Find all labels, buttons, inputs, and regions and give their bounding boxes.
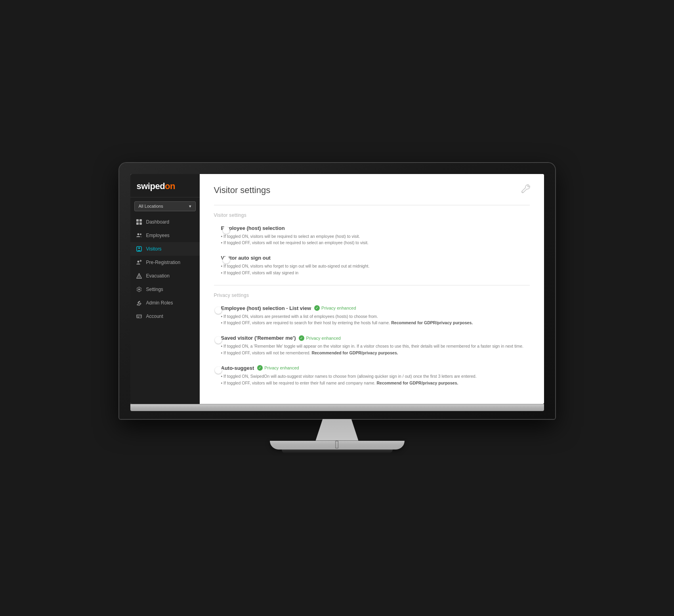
pre-registration-icon: [136, 259, 142, 266]
svg-rect-9: [137, 315, 141, 318]
auto-suggest-desc: • If toggled ON, SwipedOn will auto-sugg…: [221, 373, 530, 386]
visitor-settings-section-title: Visitor settings: [214, 212, 530, 218]
privacy-badge-saved-visitor: ✓ Privacy enhanced: [299, 335, 340, 341]
wrench-icon: [520, 184, 531, 197]
sidebar-label-employees: Employees: [146, 233, 170, 238]
logo-on: on: [165, 181, 175, 191]
setting-row-list-view: Employee (host) selection - List view ✓ …: [214, 305, 530, 327]
sidebar-label-pre-registration: Pre-Registration: [146, 260, 181, 265]
setting-row-auto-sign-out: Visitor auto sign out • If toggled ON, v…: [214, 255, 530, 276]
sidebar-item-settings[interactable]: Settings: [130, 283, 200, 296]
employee-host-title: Employee (host) selection: [221, 225, 530, 231]
svg-point-7: [138, 247, 140, 249]
setting-row-saved-visitor: Saved visitor ('Remember me') ✓ Privacy …: [214, 335, 530, 356]
monitor-bezel: swipedon All Locations ▾: [119, 163, 555, 419]
setting-row-employee-host: Employee (host) selection • If toggled O…: [214, 225, 530, 247]
auto-sign-out-content: Visitor auto sign out • If toggled ON, v…: [221, 255, 530, 276]
sidebar-item-admin-roles[interactable]: Admin Roles: [130, 296, 200, 310]
location-selector[interactable]: All Locations ▾: [134, 201, 196, 211]
sidebar-label-settings: Settings: [146, 287, 163, 292]
evacuation-icon: [136, 273, 142, 279]
list-view-title: Employee (host) selection - List view ✓ …: [221, 305, 530, 311]
sidebar-item-pre-registration[interactable]: Pre-Registration: [130, 256, 200, 269]
privacy-settings-section-title: Privacy settings: [214, 293, 530, 298]
account-icon: [136, 313, 142, 319]
location-arrow: ▾: [189, 204, 191, 209]
section-divider-privacy: [214, 285, 530, 285]
logo-swiped: swiped: [137, 181, 165, 191]
privacy-check-auto-suggest: ✓: [257, 365, 263, 371]
svg-rect-3: [139, 222, 142, 225]
sidebar-label-evacuation: Evacuation: [146, 273, 170, 279]
sidebar-label-visitors: Visitors: [146, 246, 162, 252]
logo: swipedon: [137, 181, 193, 191]
list-view-recommend: Recommend for GDPR/privacy purposes.: [391, 320, 473, 325]
monitor: swipedon All Locations ▾: [119, 163, 555, 453]
sidebar-label-admin-roles: Admin Roles: [146, 300, 173, 306]
sidebar-item-employees[interactable]: Employees: [130, 229, 200, 242]
svg-point-4: [137, 233, 139, 235]
dashboard-icon: [136, 219, 142, 225]
svg-rect-1: [139, 219, 142, 222]
privacy-badge-list-view: ✓ Privacy enhanced: [314, 305, 356, 311]
sidebar-label-account: Account: [146, 314, 163, 319]
page-title: Visitor settings: [214, 185, 530, 195]
privacy-badge-auto-suggest: ✓ Privacy enhanced: [257, 365, 299, 371]
svg-point-8: [137, 260, 139, 262]
auto-suggest-title: Auto-suggest ✓ Privacy enhanced: [221, 365, 530, 371]
sidebar-item-visitors[interactable]: Visitors: [130, 242, 200, 256]
list-view-content: Employee (host) selection - List view ✓ …: [221, 305, 530, 327]
list-view-desc: • If toggled ON, visitors are presented …: [221, 313, 530, 327]
saved-visitor-recommend: Recommended for GDPR/privacy purposes.: [311, 350, 398, 355]
privacy-check-list-view: ✓: [314, 305, 320, 311]
saved-visitor-desc: • If toggled ON, a 'Remember Me' toggle …: [221, 343, 530, 356]
sidebar: swipedon All Locations ▾: [130, 174, 200, 404]
privacy-check-saved-visitor: ✓: [299, 335, 304, 341]
monitor-chin: [130, 404, 544, 411]
svg-point-5: [140, 233, 141, 235]
saved-visitor-title: Saved visitor ('Remember me') ✓ Privacy …: [221, 335, 530, 341]
stand-reflection: [282, 450, 393, 453]
auto-suggest-content: Auto-suggest ✓ Privacy enhanced • If tog…: [221, 365, 530, 386]
visitors-icon: [136, 246, 142, 252]
svg-rect-2: [136, 222, 139, 225]
sidebar-item-account[interactable]: Account: [130, 310, 200, 323]
apple-logo: : [270, 439, 405, 450]
svg-rect-10: [137, 317, 139, 317]
employees-icon: [136, 232, 142, 239]
auto-sign-out-desc: • If toggled ON, visitors who forget to …: [221, 263, 530, 276]
employee-host-desc: • If toggled ON, visitors will be requir…: [221, 233, 530, 247]
main-content: Visitor settings Visitor settings: [200, 174, 544, 404]
settings-icon: [136, 286, 142, 293]
monitor-stand-base: : [270, 441, 405, 450]
sidebar-label-dashboard: Dashboard: [146, 219, 170, 225]
auto-suggest-recommend: Recommend for GDPR/privacy purposes.: [376, 381, 458, 385]
auto-sign-out-title: Visitor auto sign out: [221, 255, 530, 261]
saved-visitor-content: Saved visitor ('Remember me') ✓ Privacy …: [221, 335, 530, 356]
setting-row-auto-suggest: Auto-suggest ✓ Privacy enhanced • If tog…: [214, 365, 530, 386]
monitor-stand-neck: [313, 419, 361, 441]
section-divider-top: [214, 205, 530, 205]
admin-roles-icon: [136, 300, 142, 306]
sidebar-item-dashboard[interactable]: Dashboard: [130, 215, 200, 229]
sidebar-item-evacuation[interactable]: Evacuation: [130, 269, 200, 283]
screen: swipedon All Locations ▾: [130, 174, 544, 404]
svg-rect-0: [136, 219, 139, 222]
employee-host-content: Employee (host) selection • If toggled O…: [221, 225, 530, 247]
location-label: All Locations: [139, 204, 163, 209]
logo-area: swipedon: [130, 174, 200, 197]
